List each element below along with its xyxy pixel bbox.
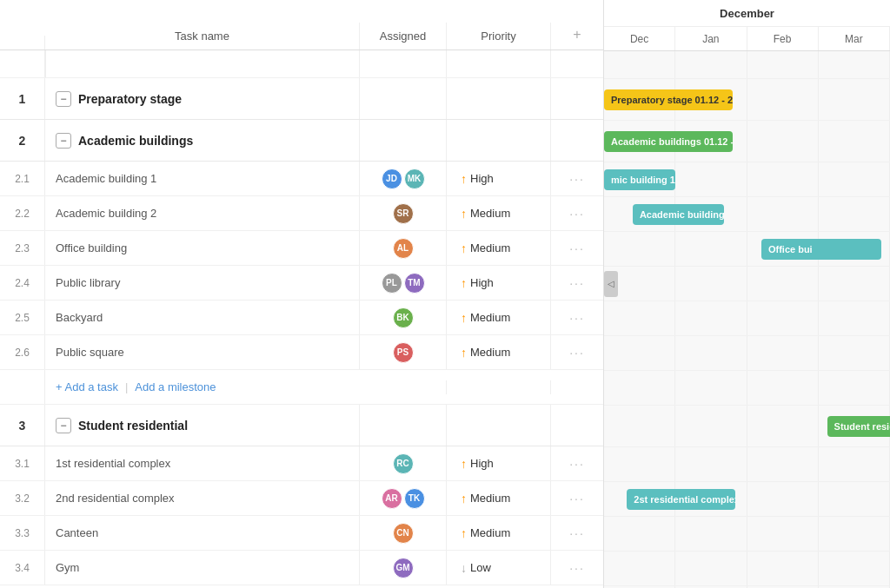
group-num: 2 <box>0 120 45 161</box>
toggle-group-btn[interactable]: − <box>56 418 71 433</box>
task-priority: ↑ Medium <box>447 481 551 515</box>
gantt-row-1: Preparatory stage 01.12 - 29.01 <box>604 79 890 121</box>
gantt-panel: December DecJanFebMar Preparatory stage … <box>604 0 890 588</box>
col-assigned-header: Assigned <box>360 23 447 50</box>
priority-label: Medium <box>470 311 510 324</box>
more-actions-icon[interactable]: ··· <box>569 346 585 360</box>
add-milestone-link[interactable]: Add a milestone <box>135 380 216 393</box>
add-assigned <box>360 380 447 394</box>
task-name: Office building <box>45 231 360 265</box>
spacer-row <box>0 50 603 78</box>
group-actions <box>551 78 603 119</box>
gantt-bar-3.2[interactable]: 2st residential complex <box>627 489 735 510</box>
gantt-bar-1[interactable]: Preparatory stage 01.12 - 29.01 <box>604 89 733 110</box>
priority-arrow: ↑ <box>461 311 467 325</box>
priority-label: Medium <box>470 346 510 359</box>
gantt-week-cell: Jan <box>675 27 747 50</box>
group-num: 1 <box>0 78 45 119</box>
gantt-bar-2.1[interactable]: mic building 1 <box>604 169 675 190</box>
task-assigned: GM <box>360 551 447 585</box>
gantt-row-3.3 <box>604 517 890 552</box>
task-actions[interactable]: ··· <box>551 516 603 550</box>
task-name: 2nd residential complex <box>45 481 360 515</box>
col-add-header[interactable]: + <box>551 20 603 50</box>
task-name: Academic building 2 <box>45 196 360 230</box>
spacer-num <box>0 50 45 77</box>
task-row-2.4: 2.4 Public library PLTM ↑ High ··· <box>0 266 603 301</box>
more-actions-icon[interactable]: ··· <box>569 276 585 290</box>
add-task-link[interactable]: + Add a task <box>56 380 118 393</box>
task-row-3.4: 3.4 Gym GM ↓ Low ··· <box>0 551 603 585</box>
group-priority <box>447 405 551 446</box>
priority-label: Medium <box>470 241 510 254</box>
task-actions[interactable]: ··· <box>551 162 603 195</box>
more-actions-icon[interactable]: ··· <box>569 311 585 325</box>
task-num: 2.4 <box>0 266 45 300</box>
toggle-group-btn[interactable]: − <box>56 133 71 149</box>
task-actions[interactable]: ··· <box>551 266 603 300</box>
gantt-rows: Preparatory stage 01.12 - 29.01Academic … <box>604 51 890 586</box>
scroll-indicator[interactable]: ◁ <box>604 271 618 297</box>
gantt-bar-3[interactable]: Student residential 01 <box>827 416 890 437</box>
task-num: 2.6 <box>0 335 45 369</box>
task-num: 2.2 <box>0 196 45 230</box>
gantt-week-cell: Feb <box>747 27 819 50</box>
add-row: + Add a task | Add a milestone <box>0 370 603 405</box>
group-assigned <box>360 405 447 446</box>
gantt-row-add_2 <box>604 371 890 406</box>
add-divider: | <box>125 380 128 393</box>
avatar: TK <box>404 488 425 509</box>
more-actions-icon[interactable]: ··· <box>569 207 585 221</box>
task-priority: ↑ High <box>447 162 551 195</box>
task-actions[interactable]: ··· <box>551 301 603 334</box>
task-assigned: SR <box>360 196 447 230</box>
gantt-bar-2.3[interactable]: Office bui <box>761 239 881 260</box>
add-actions <box>551 380 603 394</box>
task-assigned: PS <box>360 335 447 369</box>
task-row-3.3: 3.3 Canteen CN ↑ Medium ··· <box>0 516 603 551</box>
task-panel: Task name Assigned Priority + 1 − Prepar… <box>0 0 604 588</box>
gantt-row-2.3: Office bui <box>604 232 890 267</box>
task-row-2.1: 2.1 Academic building 1 JDMK ↑ High ··· <box>0 162 603 196</box>
gantt-bar-2[interactable]: Academic buildings 01.12 - 29.01 <box>604 131 733 152</box>
task-num: 3.1 <box>0 446 45 480</box>
more-actions-icon[interactable]: ··· <box>569 492 585 505</box>
task-name: Canteen <box>45 516 360 550</box>
avatar: PL <box>382 273 402 294</box>
priority-label: Low <box>470 561 491 574</box>
task-actions[interactable]: ··· <box>551 335 603 369</box>
add-priority <box>447 380 551 394</box>
group-name-cell: − Academic buildings <box>45 120 360 161</box>
task-name: Public square <box>45 335 360 369</box>
priority-arrow: ↑ <box>461 207 467 221</box>
task-row-2.2: 2.2 Academic building 2 SR ↑ Medium ··· <box>0 196 603 231</box>
task-assigned: JDMK <box>360 162 447 195</box>
task-priority: ↑ Medium <box>447 196 551 230</box>
task-actions[interactable]: ··· <box>551 551 603 585</box>
gantt-header: December DecJanFebMar <box>604 0 890 51</box>
gantt-row-3.4 <box>604 552 890 586</box>
group-actions <box>551 405 603 446</box>
more-actions-icon[interactable]: ··· <box>569 172 585 186</box>
more-actions-icon[interactable]: ··· <box>569 526 585 540</box>
task-actions[interactable]: ··· <box>551 196 603 230</box>
task-actions[interactable]: ··· <box>551 231 603 265</box>
task-num: 2.3 <box>0 231 45 265</box>
gantt-bar-2.2[interactable]: Academic building 2 <box>633 204 724 225</box>
priority-arrow: ↑ <box>461 457 467 471</box>
gantt-week-cell: Mar <box>819 27 890 50</box>
toggle-group-btn[interactable]: − <box>56 91 71 107</box>
more-actions-icon[interactable]: ··· <box>569 241 585 255</box>
group-priority <box>447 78 551 119</box>
more-actions-icon[interactable]: ··· <box>569 561 585 575</box>
more-actions-icon[interactable]: ··· <box>569 457 585 471</box>
add-links: + Add a task | Add a milestone <box>45 380 360 393</box>
task-actions[interactable]: ··· <box>551 481 603 515</box>
task-name: Backyard <box>45 301 360 334</box>
task-actions[interactable]: ··· <box>551 446 603 480</box>
gantt-row-2.6 <box>604 336 890 371</box>
priority-arrow: ↑ <box>461 172 467 186</box>
task-body: 1 − Preparatory stage 2 − Academic build… <box>0 50 603 588</box>
col-num-header <box>0 36 45 50</box>
task-assigned: BK <box>360 301 447 334</box>
